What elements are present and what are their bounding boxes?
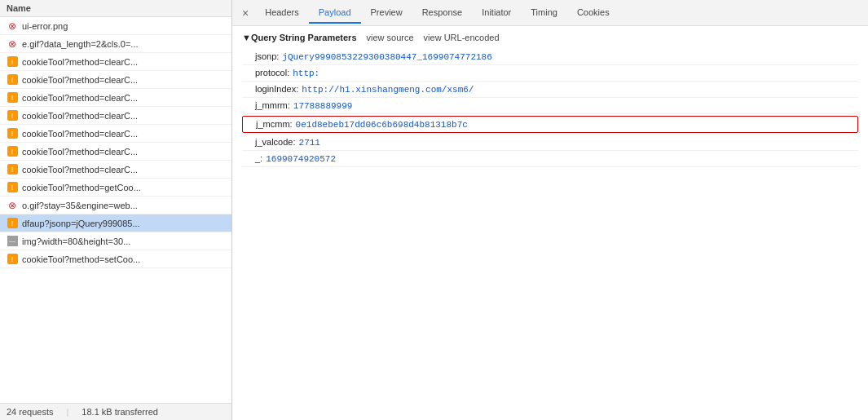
param-key-underscore: _: [255, 153, 262, 163]
item-label: ui-error.png [22, 21, 68, 31]
param-value-loginIndex: http://h1.xinshangmeng.com/xsm6/ [302, 85, 474, 95]
param-value-j_valcode: 2711 [299, 138, 320, 148]
tab-preview[interactable]: Preview [361, 2, 412, 24]
error-icon: ⊗ [7, 200, 18, 211]
tab-payload[interactable]: Payload [309, 2, 361, 24]
param-row-j_mmrm: j_mmrm: 17788889999 [242, 98, 858, 114]
param-value-protocol: http: [293, 69, 319, 78]
item-label: cookieTool?method=clearC... [22, 111, 138, 121]
list-item-cookieTool8[interactable]: !cookieTool?method=getCoo... [0, 179, 231, 197]
item-label: cookieTool?method=getCoo... [22, 183, 141, 192]
list-item-dfaup[interactable]: !dfaup?jsonp=jQuery999085... [0, 214, 231, 232]
item-label: cookieTool?method=clearC... [22, 75, 138, 85]
param-key-loginIndex: loginIndex: [255, 84, 298, 94]
param-value-underscore: 1699074920572 [266, 154, 336, 164]
warning-icon: ! [7, 254, 18, 265]
script-icon: — [7, 236, 18, 247]
param-value-jsonp: jQuery9990853229300380447_1699074772186 [282, 52, 491, 62]
left-footer: 24 requests | 18.1 kB transferred [0, 403, 231, 420]
list-item-cookieTool6[interactable]: !cookieTool?method=clearC... [0, 143, 231, 161]
payload-content: ▼Query String Parameters view source vie… [232, 26, 868, 420]
param-key-j_mcmm: j_mcmm: [256, 119, 293, 129]
tab-initiator[interactable]: Initiator [472, 2, 521, 24]
request-list[interactable]: ⊗ui-error.png⊗e.gif?data_length=2&cls.0=… [0, 17, 231, 403]
warning-icon: ! [7, 92, 18, 104]
item-label: cookieTool?method=setCoo... [22, 254, 140, 264]
section-header: ▼Query String Parameters view source vie… [242, 33, 858, 42]
tab-timing[interactable]: Timing [521, 2, 567, 24]
param-key-j_mmrm: j_mmrm: [255, 100, 290, 110]
list-item-cookieTool5[interactable]: !cookieTool?method=clearC... [0, 125, 231, 143]
item-label: cookieTool?method=clearC... [22, 93, 138, 103]
param-key-jsonp: jsonp: [255, 51, 279, 61]
name-column-header: Name [7, 3, 31, 13]
param-value-j_mcmm: 0e1d8ebeb17dd06c6b698d4b81318b7c [296, 120, 468, 130]
param-value-j_mmrm: 17788889999 [293, 101, 353, 111]
tab-headers[interactable]: Headers [255, 2, 309, 24]
error-icon: ⊗ [7, 38, 18, 50]
param-row-j_mcmm: j_mcmm: 0e1d8ebeb17dd06c6b698d4b81318b7c [242, 116, 858, 133]
warning-icon: ! [7, 56, 18, 68]
list-item-egif[interactable]: ⊗e.gif?data_length=2&cls.0=... [0, 35, 231, 53]
item-label: cookieTool?method=clearC... [22, 165, 138, 175]
right-panel: ×HeadersPayloadPreviewResponseInitiatorT… [232, 0, 868, 420]
param-key-protocol: protocol: [255, 68, 289, 77]
list-item-ui-error[interactable]: ⊗ui-error.png [0, 17, 231, 35]
item-label: cookieTool?method=clearC... [22, 147, 138, 157]
list-item-cookieTool4[interactable]: !cookieTool?method=clearC... [0, 107, 231, 125]
footer-divider: | [66, 407, 68, 417]
warning-icon: ! [7, 128, 18, 139]
warning-icon: ! [7, 164, 18, 175]
view-url-encoded-link[interactable]: view URL-encoded [424, 33, 500, 42]
item-label: cookieTool?method=clearC... [22, 129, 138, 139]
item-label: o.gif?stay=35&engine=web... [22, 201, 138, 210]
param-key-j_valcode: j_valcode: [255, 137, 296, 147]
transferred-size: 18.1 kB transferred [82, 407, 158, 417]
param-row-loginIndex: loginIndex: http://h1.xinshangmeng.com/x… [242, 82, 858, 98]
tabs-row: ×HeadersPayloadPreviewResponseInitiatorT… [232, 0, 868, 26]
list-item-img[interactable]: —img?width=80&height=30... [0, 232, 231, 250]
params-list: jsonp: jQuery9990853229300380447_1699074… [242, 49, 858, 167]
param-row-underscore: _: 1699074920572 [242, 151, 858, 167]
param-row-j_valcode: j_valcode: 2711 [242, 135, 858, 151]
section-title: ▼Query String Parameters [242, 33, 357, 42]
view-source-link[interactable]: view source [367, 33, 414, 42]
item-label: img?width=80&height=30... [22, 237, 130, 246]
tab-cookies[interactable]: Cookies [567, 2, 619, 24]
main-layout: Name ⊗ui-error.png⊗e.gif?data_length=2&c… [0, 0, 868, 420]
list-item-cookieTool2[interactable]: !cookieTool?method=clearC... [0, 71, 231, 89]
warning-icon: ! [7, 74, 18, 86]
param-row-protocol: protocol: http: [242, 65, 858, 82]
warning-icon: ! [7, 218, 18, 229]
item-label: cookieTool?method=clearC... [22, 57, 138, 67]
warning-icon: ! [7, 146, 18, 157]
left-panel: Name ⊗ui-error.png⊗e.gif?data_length=2&c… [0, 0, 232, 420]
item-label: e.gif?data_length=2&cls.0=... [22, 39, 139, 49]
list-item-cookieTool7[interactable]: !cookieTool?method=clearC... [0, 161, 231, 179]
param-row-jsonp: jsonp: jQuery9990853229300380447_1699074… [242, 49, 858, 65]
list-item-cookieTool3[interactable]: !cookieTool?method=clearC... [0, 89, 231, 107]
left-panel-header: Name [0, 0, 231, 17]
error-icon: ⊗ [7, 20, 18, 32]
list-item-cookieTool9[interactable]: !cookieTool?method=setCoo... [0, 250, 231, 268]
requests-count: 24 requests [7, 407, 53, 417]
item-label: dfaup?jsonp=jQuery999085... [22, 219, 140, 228]
warning-icon: ! [7, 110, 18, 122]
list-item-cookieTool1[interactable]: !cookieTool?method=clearC... [0, 53, 231, 71]
warning-icon: ! [7, 182, 18, 193]
tab-close-button[interactable]: × [236, 0, 255, 25]
tab-response[interactable]: Response [412, 2, 473, 24]
list-item-ogif[interactable]: ⊗o.gif?stay=35&engine=web... [0, 197, 231, 214]
